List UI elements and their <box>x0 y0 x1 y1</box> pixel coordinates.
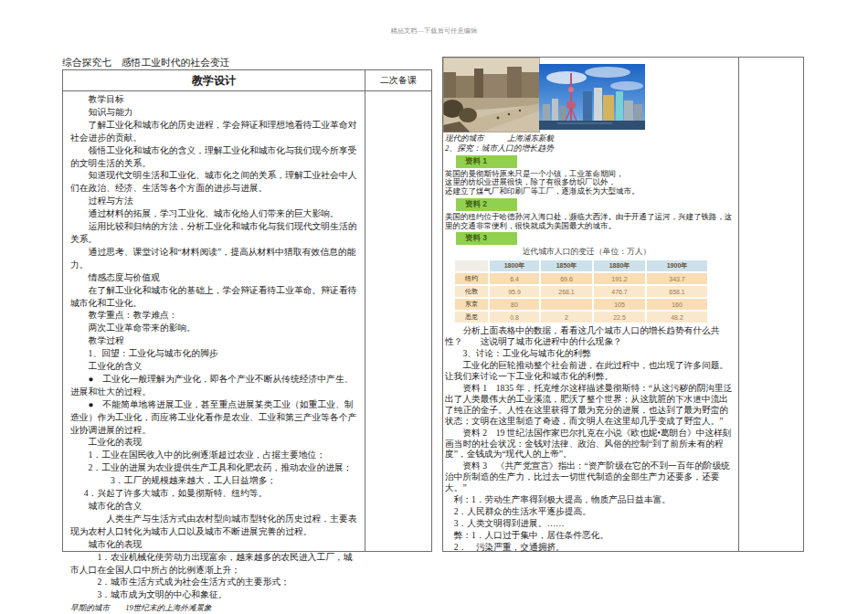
population-table-row: 东京80105160 <box>455 299 707 310</box>
paragraph: 3．人类文明得到进展。…… <box>445 518 736 529</box>
secondary-prep-empty-column <box>365 91 431 551</box>
right-content-blocks: 2、探究：城市人口的增长趋势资料 1英国的曼彻斯特原来只是一个小镇，工业革命期间… <box>445 143 736 553</box>
population-table-title: 近代城市人口的变迁（单位：万人） <box>454 247 719 258</box>
population-table-row: 伦敦95.9268.1476.7658.1 <box>455 286 707 297</box>
table-year-header: 1800年 <box>490 260 539 271</box>
paragraph: 教学过程 <box>70 334 359 347</box>
paragraph: 人类生产与生活方式由农村型向城市型转化的历史过程，主要表现为农村人口转化为城市人… <box>70 513 359 538</box>
paragraph: ● 不能简单地将进展工业，甚至重点进展某类工业（如重工业、制造业）作为工业化，而… <box>70 398 359 437</box>
population-value: 160 <box>647 299 707 310</box>
paragraph: 知道现代文明生活和工业化、城市化之间的关系，理解工业社会中人们在政治、经济、生活… <box>70 169 359 195</box>
population-value: 343.7 <box>647 273 707 284</box>
lesson-title: 综合探究七 感悟工业时代的社会变迁 <box>62 57 230 69</box>
table-header-main: 教学设计 <box>63 70 365 90</box>
teaching-design-table: 教学设计 二次备课 教学目标知识与能力了解工业化和城市化的历史进程，学会辩证和理… <box>62 69 432 552</box>
material-badge: 资料 3 <box>456 232 517 245</box>
population-value: 95.9 <box>490 286 539 297</box>
population-value: 268.1 <box>541 286 592 297</box>
population-value: 48.2 <box>647 312 707 323</box>
paragraph: 3．工厂的规模越来越大，工人日益增多； <box>70 474 359 487</box>
document-canvas: { "header_note": "精品文档—下载后可任意编辑", "lesso… <box>0 0 868 614</box>
teaching-design-table-continued: 现代的城市 上海浦东新貌 2、探究：城市人口的增长趋势资料 1英国的曼彻斯特原来… <box>442 57 804 552</box>
table-year-header: 1900年 <box>647 260 707 271</box>
population-value: 2 <box>541 312 592 323</box>
paragraph: 资料 1 1835 年，托克维尔这样描述曼彻斯特：“从这污秽的阴沟里泛出了人类最… <box>445 383 736 427</box>
population-table-row: 纽约6.469.6191.2343.7 <box>455 273 707 284</box>
paragraph: 分析上面表格中的数据，看看这几个城市人口的增长趋势有什么共性？ 这说明了城市化进… <box>445 325 736 347</box>
section-heading: 2、探究：城市人口的增长趋势 <box>445 143 736 154</box>
photo-caption-early-city: 早期的城市 19世纪末的上海外滩景象 <box>70 603 359 613</box>
population-value: 476.7 <box>594 286 645 297</box>
city-label: 伦敦 <box>455 286 488 297</box>
paragraph: 1．农业机械化使劳动力出现富余，越来越多的农民进入工厂，城市人口在全国人口中所占… <box>70 551 359 577</box>
paragraph: 1、回望：工业化与城市化的脚步 <box>70 347 359 360</box>
paragraph: 运用比较和归纳的方法，分析工业化和城市化与我们现代文明生活的关系。 <box>70 220 359 246</box>
paragraph: 工业化的巨轮推动整个社会前进，在此过程中，也出现了许多问题。让我们来讨论一下工业… <box>445 360 736 382</box>
paragraph: 城市化的含义 <box>70 500 359 513</box>
modern-pudong-skyline-photo <box>539 64 645 130</box>
population-value <box>541 299 592 310</box>
right-empty-side-column <box>739 58 803 551</box>
paragraph: ● 工业化一般理解为产业化，即各个产业不断从传统经济中产生、进展和壮大的过程。 <box>70 373 359 398</box>
paragraph: 1．工业在国民收入中的比例逐渐超过农业，占据主要地位； <box>70 449 359 461</box>
city-label: 悉尼 <box>455 312 488 323</box>
right-page-content-cell: 现代的城市 上海浦东新貌 2、探究：城市人口的增长趋势资料 1英国的曼彻斯特原来… <box>443 58 739 551</box>
population-table: 1800年1850年1880年1900年纽约6.469.6191.2343.7伦… <box>453 259 709 324</box>
paragraph: 利：1．劳动生产率得到极大提高，物质产品日益丰富。 <box>445 494 736 505</box>
paragraph: 资料 3 《共产党宣言》指出：“资产阶级在它的不到一百年的阶级统治中所制造的生产… <box>445 460 736 493</box>
table-year-header: 1850年 <box>541 260 592 271</box>
paragraph: 通过思考、课堂讨论和“材料阅读”，提高从材料中猎取有效信息的能力。 <box>70 246 359 271</box>
table-header-secondary-prep: 二次备课 <box>365 70 431 90</box>
paragraph: 资料 2 19 世纪法国作家巴尔扎克在小说《欧也妮•葛朗台》中这样刻画当时的社会… <box>445 428 736 460</box>
population-value: 6.4 <box>490 273 539 284</box>
paragraph: 知识与能力 <box>70 106 359 119</box>
material-badge: 资料 2 <box>456 198 517 211</box>
paragraph: 教学目标 <box>70 93 359 106</box>
paragraph: 情感态度与价值观 <box>70 271 359 284</box>
table-corner-cell <box>455 260 488 271</box>
population-value: 69.6 <box>541 273 592 284</box>
population-value: 105 <box>594 299 645 310</box>
paragraph: 在了解工业化和城市化的基础上，学会辩证看待工业革命。辩证看待城市化和工业化。 <box>70 284 359 310</box>
photo-caption-modern-city: 现代的城市 上海浦东新貌 <box>445 133 736 143</box>
paragraph: 了解工业化和城市化的历史进程，学会辩证和理想地看待工业革命对社会进步的贡献。 <box>70 119 359 144</box>
photo-strip <box>443 58 736 132</box>
historic-shanghai-bund-photo <box>443 58 540 132</box>
paragraph: 工业化的表现 <box>70 436 359 449</box>
population-table-row: 悉尼0.8222.548.2 <box>455 312 707 323</box>
paragraph: 美国的纽约位于哈德孙河入海口处，濒临大西洋。由于开通了运河，兴建了铁路，这里的交… <box>445 213 736 231</box>
population-value: 80 <box>490 299 539 310</box>
table-year-header: 1880年 <box>594 260 645 271</box>
paragraph: 2．城市生活方式成为社会生活方式的主要形式； <box>70 576 359 588</box>
population-value: 658.1 <box>647 286 707 297</box>
paragraph: 2． 污染严重，交通拥挤。 <box>445 542 736 553</box>
paragraph: 弊：1．人口过于集中，居住条件恶化。 <box>445 530 736 541</box>
city-label: 纽约 <box>455 273 488 284</box>
paragraph: 英国的曼彻斯特原来只是一个小镇，工业革命期间，这里的纺织业进展很快，除了有很多纺… <box>445 170 736 196</box>
population-value: 191.2 <box>594 273 645 284</box>
paragraph: 教学重点：教学难点： <box>70 309 359 322</box>
left-page-content-cell: 教学目标知识与能力了解工业化和城市化的历史进程，学会辩证和理想地看待工业革命对社… <box>63 91 365 551</box>
paragraph: 两次工业革命带来的影响。 <box>70 322 359 334</box>
population-value: 0.8 <box>490 312 539 323</box>
material-badge: 资料 1 <box>456 155 517 168</box>
paragraph: 城市化的表现 <box>70 538 359 551</box>
table-header-row: 教学设计 二次备课 <box>63 70 431 91</box>
paragraph: 3、讨论：工业化与城市化的利弊 <box>445 348 736 359</box>
paragraph: 过程与方法 <box>70 195 359 207</box>
paragraph: 领悟工业化和城市化的含义，理解工业化和城市化与我们现今所享受的文明生活的关系。 <box>70 144 359 170</box>
paragraph: 2．人民群众的生活水平逐步提高。 <box>445 506 736 517</box>
watermark-note: 精品文档—下载后可任意编辑 <box>0 26 868 36</box>
paragraph: 工业化的含义 <box>70 360 359 373</box>
paragraph: 2．工业的进展为农业提供生产工具和化肥农药，推动农业的进展； <box>70 461 359 474</box>
population-value: 22.5 <box>594 312 645 323</box>
city-label: 东京 <box>455 299 488 310</box>
paragraph: 通过材料的拓展，学习工业化、城市化给人们带来的巨大影响。 <box>70 207 359 220</box>
paragraph: 3．城市成为文明的中心和象征。 <box>70 588 359 601</box>
paragraph: 4．兴起了许多大城市，如曼彻斯特、纽约等。 <box>70 487 359 500</box>
population-table-header-row: 1800年1850年1880年1900年 <box>455 260 707 271</box>
